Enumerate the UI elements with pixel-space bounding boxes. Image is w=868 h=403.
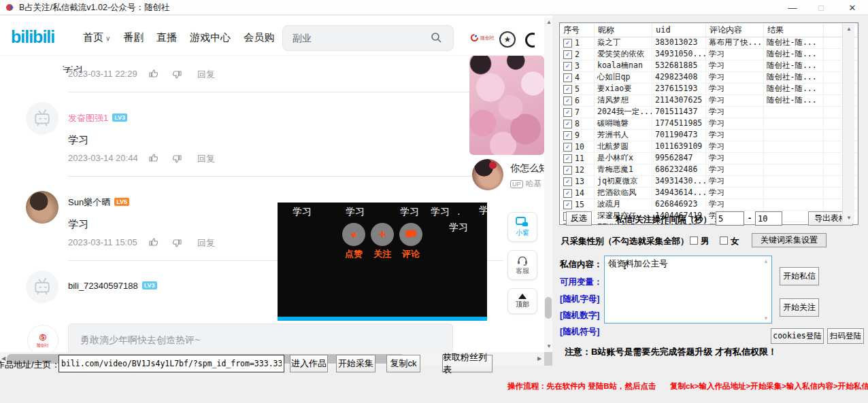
- nav-item-4[interactable]: 会员购: [244, 31, 274, 44]
- comment-username[interactable]: bili_72340597188LV3: [68, 281, 157, 291]
- row-checkbox[interactable]: ✓: [563, 97, 572, 105]
- table-row[interactable]: ✓14把酒欲临风34943614...学习: [560, 188, 858, 199]
- row-result: [764, 188, 824, 198]
- video-overlay[interactable]: 学习学习学习学习·学学习 ♥ + 点赞 关注 评论: [278, 203, 487, 321]
- comment-username[interactable]: 发奋图强1LV3: [68, 112, 127, 124]
- row-checkbox[interactable]: ✓: [563, 108, 572, 117]
- get-fans-button[interactable]: 获取粉丝列表: [442, 355, 493, 372]
- random-symbol-variable[interactable]: [随机符号]: [560, 326, 599, 338]
- table-row[interactable]: ✓72024我一定...701511437学习: [560, 107, 858, 118]
- table-row[interactable]: ✓12青梅恶魔1686232486学习: [560, 164, 858, 176]
- table-row[interactable]: ✓5要xiao要237615193学习随创社-随...: [560, 84, 858, 95]
- interval-min-input[interactable]: [716, 211, 744, 226]
- nav-item-0[interactable]: 首页∨: [83, 31, 110, 44]
- textarea-scroll-up-icon[interactable]: ▲: [763, 259, 769, 264]
- row-checkbox[interactable]: ✓: [563, 73, 572, 82]
- row-checkbox[interactable]: ✓: [563, 154, 572, 163]
- start-dm-button[interactable]: 开始私信: [780, 267, 819, 285]
- scroll-right-arrow-icon[interactable]: ▶: [537, 356, 541, 362]
- video-progress-bar[interactable]: [278, 317, 487, 321]
- minimize-button[interactable]: —: [779, 0, 806, 15]
- pip-button[interactable]: 小窗: [507, 212, 537, 242]
- dm-content-textarea[interactable]: 领资料加公主号: [604, 256, 772, 323]
- scroll-up-arrow-icon[interactable]: ▲: [546, 20, 552, 25]
- reply-button[interactable]: 回复: [197, 69, 215, 81]
- app-window: B占关注/私信截流v1.02-公众号：随创社 — □ ✕ bilibili 首页…: [0, 0, 868, 403]
- start-collect-button[interactable]: 开始采集: [336, 355, 375, 372]
- row-checkbox[interactable]: ✓: [563, 131, 572, 140]
- dislike-icon[interactable]: [171, 69, 182, 80]
- bilibili-logo[interactable]: bilibili: [11, 27, 54, 47]
- back-to-top-button[interactable]: 顶部: [507, 288, 537, 314]
- row-checkbox[interactable]: ✓: [563, 166, 572, 175]
- close-button[interactable]: ✕: [839, 0, 866, 15]
- comment-username[interactable]: Sun樂个晒LV5: [68, 196, 129, 209]
- scroll-down-arrow-icon[interactable]: ▼: [546, 344, 552, 349]
- row-checkbox[interactable]: ✓: [563, 177, 572, 186]
- row-checkbox[interactable]: ✓: [563, 143, 572, 152]
- table-row[interactable]: ✓2爱笑笑的依依34931050...学习随创社-随...: [560, 49, 858, 60]
- like-icon[interactable]: [148, 152, 159, 163]
- up-avatar[interactable]: [472, 159, 503, 190]
- row-comment: 学习: [706, 49, 764, 60]
- row-checkbox[interactable]: ✓: [563, 189, 572, 198]
- nav-item-3[interactable]: 游戏中心: [190, 31, 231, 44]
- table-row[interactable]: ✓3koala楠nan532681885学习随创社-随...: [560, 60, 858, 72]
- row-checkbox[interactable]: ✓: [563, 120, 572, 128]
- row-checkbox[interactable]: ✓: [563, 200, 572, 209]
- table-row[interactable]: ✓1焱之丁383013023幕布用了快...随创社-随...: [560, 37, 858, 49]
- qr-login-button[interactable]: 扫码登陆: [827, 328, 864, 344]
- search-icon[interactable]: [430, 31, 442, 43]
- like-icon[interactable]: [148, 236, 159, 247]
- table-header: 序号 昵称 uid 评论内容 结果: [560, 23, 858, 37]
- nav-item-2[interactable]: 直播: [156, 31, 177, 44]
- browser-vertical-scroll-thumb[interactable]: [545, 297, 552, 319]
- table-row[interactable]: ✓8碳嘚哋磐1774511985学习: [560, 118, 858, 130]
- table-row[interactable]: ✓10北航梦圆1011639109学习: [560, 141, 858, 153]
- copy-ck-button[interactable]: 复制ck: [386, 355, 420, 372]
- row-checkbox[interactable]: ✓: [563, 39, 572, 48]
- danmaku-text: 学: [479, 205, 488, 217]
- female-checkbox[interactable]: [720, 236, 728, 245]
- reply-button[interactable]: 回复: [197, 237, 215, 249]
- dislike-icon[interactable]: [171, 238, 182, 249]
- like-icon[interactable]: [148, 68, 159, 79]
- invert-selection-button[interactable]: 反选: [566, 211, 592, 226]
- cookies-login-button[interactable]: cookies登陆: [771, 328, 824, 344]
- table-row[interactable]: ✓9芳洲书人701190473学习: [560, 130, 858, 141]
- table-row[interactable]: ✓13jq初夏微京34931430...学习: [560, 176, 858, 188]
- row-uid: 701511437: [652, 107, 706, 118]
- row-index: 10: [575, 142, 584, 152]
- table-scroll-up-icon[interactable]: ▲: [846, 27, 852, 32]
- row-checkbox[interactable]: ✓: [563, 62, 572, 71]
- video-thumbnail[interactable]: [469, 56, 544, 155]
- avatar[interactable]: [26, 191, 59, 224]
- star-circle-icon[interactable]: ★: [499, 31, 516, 48]
- enter-work-button[interactable]: 进入作品: [290, 355, 328, 372]
- row-checkbox[interactable]: ✓: [563, 50, 572, 59]
- col-header-nickname: 昵称: [595, 23, 652, 37]
- table-row[interactable]: ✓4心如旧qp429823408学习随创社-随...: [560, 72, 858, 84]
- nav-item-1[interactable]: 番剧: [123, 31, 144, 44]
- up-author[interactable]: 哈基: [526, 178, 542, 190]
- table-row[interactable]: ✓15波疏月626846923学习: [560, 199, 858, 211]
- random-letter-variable[interactable]: [随机字母]: [560, 294, 599, 305]
- row-checkbox[interactable]: ✓: [563, 85, 572, 94]
- maximize-button[interactable]: □: [807, 0, 835, 15]
- table-scroll-down-icon[interactable]: ▼: [846, 215, 852, 221]
- keyword-settings-button[interactable]: 关键词采集设置: [752, 233, 827, 247]
- table-row[interactable]: ✓6清风梦想2114307625学习随创社-随...: [560, 95, 858, 107]
- random-number-variable[interactable]: [随机数字]: [560, 310, 599, 321]
- reply-button[interactable]: 回复: [197, 153, 215, 165]
- table-row[interactable]: ✓11是小林吖x99562847学习: [560, 153, 858, 164]
- male-checkbox[interactable]: [690, 236, 698, 245]
- avatar[interactable]: [26, 270, 59, 303]
- related-video-title[interactable]: 你怎么知: [510, 162, 544, 175]
- url-input[interactable]: [59, 355, 284, 372]
- service-button[interactable]: 客服: [507, 250, 537, 280]
- textarea-scroll-down-icon[interactable]: ▼: [763, 316, 769, 321]
- interval-max-input[interactable]: [755, 211, 782, 226]
- avatar[interactable]: [26, 102, 59, 135]
- dislike-icon[interactable]: [171, 154, 182, 164]
- start-follow-button[interactable]: 开始关注: [780, 298, 819, 317]
